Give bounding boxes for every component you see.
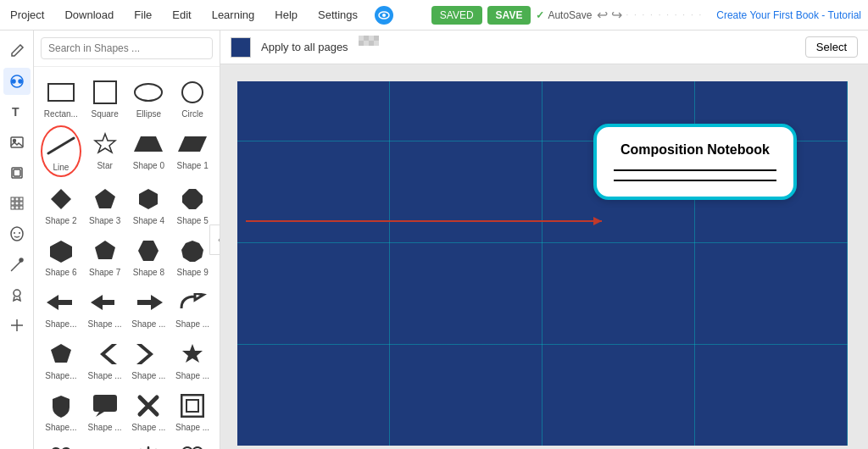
menu-file[interactable]: File [131,5,155,25]
svg-rect-64 [374,36,379,41]
shape-item-shape9[interactable]: Shape 9 [172,232,213,280]
menu-learning[interactable]: Learning [209,5,259,25]
autosave-check: ✓ [536,9,544,21]
edit-tool-button[interactable] [3,37,31,64]
svg-point-28 [135,84,162,101]
image-tool-button[interactable] [3,129,31,156]
frame-icon [177,391,208,421]
shape-item-shape0[interactable]: Shape 0 [129,125,170,177]
preview-button[interactable] [375,6,393,25]
mask-tool-button[interactable] [3,220,31,247]
layers-tool-button[interactable] [3,159,31,186]
shape-item-shield[interactable]: Shape... [41,387,81,435]
canvas[interactable]: Composition Notebook [237,81,848,446]
text-tool-button[interactable]: T [3,98,31,125]
shape-item-arrow2[interactable]: Shape ... [85,284,125,332]
octagon-icon [177,184,208,214]
shape-item-square[interactable]: Square [85,74,125,122]
redo-button[interactable]: ↪ [611,7,622,23]
shape-item-chevron-right[interactable]: Shape ... [129,335,170,384]
svg-rect-61 [359,36,364,41]
grid-tool-button[interactable] [3,312,31,339]
chevron-right-icon [133,339,164,369]
shape-label: Star [97,161,112,170]
svg-rect-68 [374,41,379,46]
shape-item-shape7[interactable]: Shape 7 [85,232,125,280]
menu-download[interactable]: Download [61,5,117,25]
shape-label: Line [53,163,69,172]
shape-label: Shape 0 [133,161,164,170]
menu-help[interactable]: Help [271,5,301,25]
icon-bar: T [0,30,34,449]
parallelogram-icon [177,129,208,159]
menu-edit[interactable]: Edit [169,5,194,25]
shield-icon [46,391,76,421]
save-button[interactable]: SAVE [487,6,531,25]
shape-item-rectangle[interactable]: Rectan... [41,74,81,122]
shape-item-shape2[interactable]: Shape 2 [41,180,81,229]
undo-redo-group: ↩ ↪ · · · · · · · · · · [597,7,703,23]
canvas-area: Apply to all pages Select Composition No… [220,30,868,449]
svg-marker-31 [95,134,115,152]
shape-item-line[interactable]: Line [41,125,81,177]
shape-item-circle[interactable]: Circle [172,74,213,122]
svg-marker-41 [181,241,203,262]
shape-item-arrow3[interactable]: Shape ... [129,284,170,332]
panel-collapse-button[interactable]: ‹ [209,224,220,255]
paint-tool-button[interactable] [3,251,31,278]
shape-item-xmark[interactable]: Shape ... [129,387,170,435]
svg-marker-49 [136,344,153,364]
badge-tool-button[interactable] [3,281,31,308]
shape-item-ellipse[interactable]: Ellipse [129,74,170,122]
shape-item-shape3[interactable]: Shape 3 [85,180,125,229]
shape-item-shape1[interactable]: Shape 1 [172,125,213,177]
color-swatch[interactable] [231,37,251,58]
shapes-tool-button[interactable] [3,68,31,95]
apply-all-button[interactable]: Apply to all pages [261,41,348,53]
saved-button[interactable]: SAVED [431,6,482,25]
svg-rect-45 [137,300,153,305]
menu-settings[interactable]: Settings [314,5,361,25]
shape-item-speech[interactable]: Shape ... [85,387,125,435]
shape-item-shape5[interactable]: Shape 5 [172,180,213,229]
search-input[interactable] [41,37,213,59]
shape-item-star-filled[interactable]: Shape ... [172,335,213,384]
save-group: SAVED SAVE ✓ AutoSave ↩ ↪ · · · · · · · … [431,6,703,25]
svg-marker-37 [182,189,203,209]
svg-point-3 [12,80,15,83]
shape-item-shape8[interactable]: Shape 8 [129,232,170,280]
shape-item-crown[interactable]: Shape ... [85,439,125,449]
shape-item-frame[interactable]: Shape ... [172,387,213,435]
tutorial-link[interactable]: Create Your First Book - Tutorial [716,9,861,21]
shape-item-heart2[interactable]: Shape ... [172,439,213,449]
svg-point-22 [19,258,23,262]
svg-rect-10 [11,197,14,201]
svg-text:T: T [12,105,19,119]
shape-item-arrow1[interactable]: Shape... [41,284,81,332]
canvas-wrapper[interactable]: Composition Notebook [220,64,868,449]
svg-rect-51 [93,395,117,412]
shape-item-shape4[interactable]: Shape 4 [129,180,170,229]
shape-item-shape-p3[interactable]: Shape... [41,335,81,384]
svg-marker-43 [47,295,58,310]
star-filled-icon [177,339,208,369]
undo-button[interactable]: ↩ [597,7,608,23]
arrow-back-icon [90,287,120,318]
notebook-label[interactable]: Composition Notebook [593,124,797,200]
select-button[interactable]: Select [805,36,858,58]
pattern-icon[interactable] [359,36,379,58]
shape-item-arrow4[interactable]: Shape ... [172,284,213,332]
svg-marker-52 [96,412,104,417]
shape-item-heart[interactable]: Shape... [41,439,81,449]
shapes-panel: Rectan... Square Ellipse Circle [34,30,220,449]
texture-tool-button[interactable] [3,190,31,217]
shape-item-shape6[interactable]: Shape 6 [41,232,81,280]
menu-project[interactable]: Project [7,5,47,25]
svg-point-29 [182,82,203,103]
svg-marker-38 [50,241,72,263]
svg-marker-36 [139,189,158,209]
shape-item-cog[interactable]: Shape ... [129,439,170,449]
shape-item-star[interactable]: Star [85,125,125,177]
shape-item-chevron-left[interactable]: Shape ... [85,335,125,384]
shape-label: Shape ... [131,319,165,329]
